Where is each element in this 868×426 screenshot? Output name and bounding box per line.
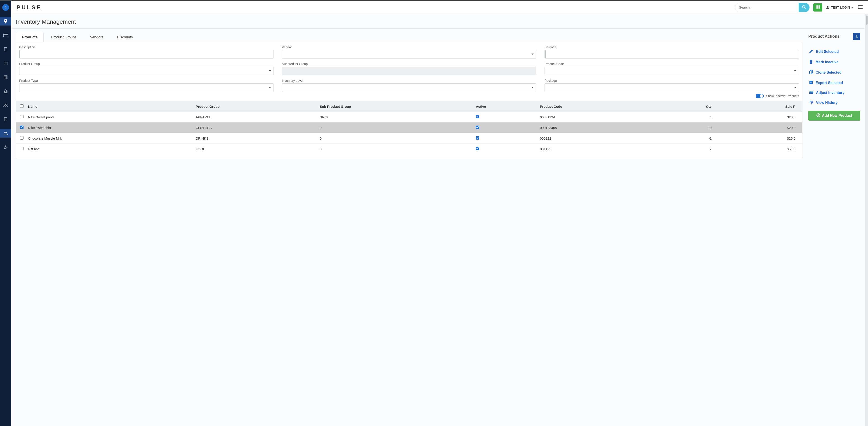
cell-code: 00001234 [538,112,654,123]
history-icon [809,100,813,105]
cell-price: $20.0 [718,123,802,133]
sidebar-item-people[interactable] [0,101,11,109]
sidebar-item-grid[interactable] [0,73,11,81]
inventory-level-label: Inventory Level [282,79,536,83]
svg-point-18 [5,146,6,148]
clone-selected-action[interactable]: Clone Selected [808,67,860,78]
cell-name: Nike sweatshirt [26,123,193,133]
active-checkbox[interactable] [476,126,479,129]
search-input[interactable] [735,3,799,11]
svg-rect-19 [809,71,812,74]
active-checkbox[interactable] [476,115,479,118]
pencil-icon [809,49,813,54]
active-checkbox[interactable] [476,136,479,140]
svg-point-0 [802,5,805,8]
product-group-select[interactable] [19,67,274,75]
calendar-icon [4,61,7,65]
sidebar-item-stamp[interactable] [0,87,11,96]
select-all-checkbox[interactable] [20,104,24,108]
vertical-scrollbar[interactable] [865,14,868,426]
cell-qty: 4 [654,112,719,123]
cell-code: 001122 [538,144,654,154]
sidebar-item-device[interactable] [0,45,11,54]
product-actions-title: Product Actions [808,34,839,39]
svg-point-9 [827,6,829,7]
sidebar-item-location[interactable] [0,17,11,26]
barcode-button[interactable] [813,3,822,11]
description-input[interactable] [19,50,274,59]
mark-inactive-action[interactable]: Mark Inactive [808,57,860,67]
building-icon [4,117,7,121]
row-checkbox[interactable] [20,147,24,150]
col-name[interactable]: Name [26,101,193,112]
row-checkbox[interactable] [20,136,24,140]
sidebar-expand-button[interactable] [0,1,11,14]
row-checkbox[interactable] [20,115,24,118]
user-icon [826,5,830,9]
show-inactive-toggle[interactable] [756,94,764,98]
product-group-label: Product Group [19,62,274,66]
cell-sub: 0 [317,123,473,133]
adjust-inventory-action[interactable]: Adjust Inventory [808,88,860,98]
active-checkbox[interactable] [476,147,479,150]
credit-card-icon [3,34,8,37]
tab-vendors[interactable]: Vendors [84,32,110,42]
cash-register-icon [4,131,8,135]
col-product-code[interactable]: Product Code [538,101,654,112]
sidebar-item-settings[interactable] [0,143,11,152]
global-search [735,3,810,12]
svg-text:csv: csv [810,82,812,84]
tab-discounts[interactable]: Discounts [111,32,139,42]
svg-line-1 [805,8,806,9]
product-type-select[interactable] [19,84,274,92]
table-row[interactable]: Nike Sweat pantsAPPARELShirts000012344$2… [16,112,802,123]
cell-name: cliff bar [26,144,193,154]
table-row[interactable]: Chocolate Muscle MilkDRINKS0000222-1$25.… [16,133,802,144]
svg-rect-17 [4,118,7,121]
inventory-level-select[interactable] [282,84,536,92]
sidebar-item-card[interactable] [0,31,11,39]
package-select[interactable] [545,84,799,92]
edit-selected-action[interactable]: Edit Selected [808,46,860,57]
export-selected-action[interactable]: csv Export Selected [808,78,860,88]
cell-sub: Shirts [317,112,473,123]
sidebar-item-building[interactable] [0,115,11,124]
search-icon [802,5,806,10]
main-panel: Products Product Groups Vendors Discount… [16,32,802,159]
col-sub-product-group[interactable]: Sub Product Group [317,101,473,112]
trash-icon [809,60,813,65]
table-row[interactable]: Nike sweatshirtCLOTHES000012345510$20.0 [16,123,802,133]
cell-group: DRINKS [193,133,318,144]
col-qty[interactable]: Qty [654,101,719,112]
col-product-group[interactable]: Product Group [193,101,318,112]
brand-logo: PULSE [17,4,41,11]
cell-price: $25.0 [718,133,802,144]
cell-active [473,133,538,144]
svg-point-22 [810,91,811,92]
col-active[interactable]: Active [473,101,538,112]
product-code-select[interactable] [545,67,799,75]
sidebar-item-calendar[interactable] [0,59,11,68]
subproduct-group-select[interactable] [282,67,536,75]
svg-point-23 [811,92,812,93]
barcode-input[interactable] [545,50,799,59]
chevron-down-icon [851,6,854,9]
search-button[interactable] [799,3,809,12]
user-menu[interactable]: TEST LOGIN [826,5,854,9]
barcode-label: Barcode [545,45,799,49]
cell-price: $20.0 [718,112,802,123]
row-checkbox[interactable] [20,126,24,129]
barcode-icon [815,5,820,10]
view-history-action[interactable]: View History [808,98,860,108]
col-sale-price[interactable]: Sale P [718,101,802,112]
panel-toggle-button[interactable] [857,4,864,11]
vendor-select[interactable] [282,50,536,59]
package-label: Package [545,79,799,83]
product-actions-panel: Product Actions 1 Edit Selected Mark Ina… [808,32,860,121]
tab-products[interactable]: Products [16,32,43,42]
cell-code: 000222 [538,133,654,144]
sidebar-item-register[interactable] [0,129,11,137]
tab-product-groups[interactable]: Product Groups [45,32,83,42]
add-new-product-button[interactable]: Add New Product [808,111,860,121]
table-row[interactable]: cliff barFOOD00011227$5.00 [16,144,802,154]
